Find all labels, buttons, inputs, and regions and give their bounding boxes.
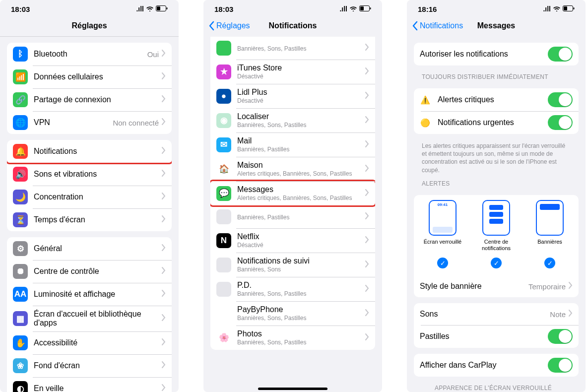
- app-row-photos[interactable]: 🌸 Photos Bannières, Sons, Pastilles: [210, 326, 375, 350]
- app-row-lidl-plus[interactable]: ● Lidl Plus Désactivé: [210, 84, 375, 108]
- back-button[interactable]: Notifications: [412, 21, 463, 31]
- item-icon: [216, 41, 231, 56]
- back-button[interactable]: Réglages: [208, 21, 250, 31]
- chevron-icon: [365, 285, 369, 294]
- badges-toggle[interactable]: [548, 329, 573, 344]
- row-title: Mail: [237, 136, 365, 145]
- app-row-maison[interactable]: 🏠 Maison Alertes critiques, Bannières, S…: [210, 157, 375, 181]
- app-row-mail[interactable]: ✉ Mail Bannières, Pastilles: [210, 132, 375, 157]
- settings-row-fond-d-cran[interactable]: ❀ Fond d'écran: [7, 354, 172, 377]
- settings-row-concentration[interactable]: 🌙 Concentration: [7, 186, 172, 208]
- messages-icon: 💬: [216, 186, 231, 201]
- urgent-row[interactable]: 🟡 Notifications urgentes: [414, 111, 579, 134]
- settings-row-donn-es-cellulaires[interactable]: 📶 Données cellulaires: [7, 65, 172, 88]
- settings-row-luminosit-et-affichage[interactable]: AA Luminosité et affichage: [7, 283, 172, 306]
- settings-row-en-veille[interactable]: ◐ En veille: [7, 377, 172, 392]
- chevron-icon: [162, 290, 166, 299]
- banner-label: Bannières: [537, 239, 562, 252]
- settings-row-centre-de-contr-le[interactable]: ⏺ Centre de contrôle: [7, 260, 172, 283]
- app-row-paybyphone[interactable]: ⠿ PayByPhone Bannières, Sons, Pastilles: [210, 301, 375, 326]
- lock-screen-option[interactable]: Écran verrouillé: [416, 200, 469, 252]
- critical-alerts-row[interactable]: ⚠️ Alertes critiques: [414, 88, 579, 111]
- signal-icon: .ıll: [339, 5, 347, 13]
- row-title: Concentration: [34, 193, 162, 201]
- banner-option[interactable]: Bannières: [523, 200, 577, 252]
- row-title: Fond d'écran: [34, 361, 162, 370]
- mail-icon: ✉: [216, 137, 231, 152]
- chevron-icon: [162, 338, 166, 347]
- settings-screen: 18:03 .ıll Réglages ᛒ Bluetooth Oui 📶 Do…: [0, 0, 179, 392]
- cran-d-accueil-et-biblioth-que-d-apps-icon: ▦: [13, 311, 28, 326]
- notifications-de-suivi-icon: [216, 258, 231, 272]
- notification-center-option[interactable]: Centre de notifications: [470, 200, 523, 252]
- settings-row-notifications[interactable]: 🔔 Notifications: [7, 140, 172, 164]
- row-title: PayByPhone: [237, 305, 365, 314]
- app-row-p-d[interactable]: P.D. Bannières, Sons, Pastilles: [210, 277, 375, 301]
- banner-style-row[interactable]: Style de bannière Temporaire: [414, 275, 579, 297]
- row-title: Photos: [237, 329, 365, 338]
- settings-row-sons-et-vibrations[interactable]: 🔊 Sons et vibrations: [7, 163, 172, 186]
- lock-appearance-header: APPARENCE DE L'ÉCRAN VERROUILLÉ: [420, 383, 573, 392]
- signal-icon: .ıll: [543, 5, 551, 13]
- item-icon: [216, 209, 231, 224]
- row-subtitle: Bannières, Sons, Pastilles: [237, 339, 365, 346]
- app-row-item[interactable]: Bannières, Pastilles: [210, 205, 375, 228]
- signal-icon: .ıll: [136, 5, 144, 13]
- sounds-row[interactable]: Sons Note: [414, 303, 579, 325]
- settings-row-vpn[interactable]: 🌐 VPN Non connecté: [7, 111, 172, 134]
- row-subtitle: Bannières, Sons: [237, 266, 365, 273]
- app-row-notifications-de-suivi[interactable]: Notifications de suivi Bannières, Sons: [210, 253, 375, 277]
- critical-description: Les alertes critiques apparaissent sur l…: [407, 140, 586, 178]
- app-row-item[interactable]: Bannières, Sons, Pastilles: [210, 37, 375, 60]
- status-icons: .ıll: [339, 5, 371, 13]
- row-subtitle: Bannières, Pastilles: [237, 146, 365, 153]
- page-title: Messages: [477, 21, 516, 30]
- back-label: Réglages: [216, 21, 250, 30]
- allow-notifications-row[interactable]: Autoriser les notifications: [414, 43, 579, 65]
- chevron-icon: [365, 212, 369, 221]
- settings-row-g-n-ral[interactable]: ⚙ Général: [7, 237, 172, 260]
- center-check[interactable]: ✓: [491, 258, 502, 268]
- row-title: Notifications: [34, 147, 162, 156]
- row-title: Écran d'accueil et bibliothèque d'apps: [34, 310, 162, 327]
- badges-row[interactable]: Pastilles: [414, 325, 579, 348]
- urgent-icon: 🟡: [420, 117, 431, 128]
- lock-check[interactable]: ✓: [437, 258, 448, 268]
- page-title: Notifications: [269, 21, 317, 30]
- svg-rect-4: [360, 6, 364, 10]
- carplay-row[interactable]: Afficher dans CarPlay: [414, 354, 579, 377]
- settings-row-partage-de-connexion[interactable]: 🔗 Partage de connexion: [7, 88, 172, 111]
- warning-icon: ⚠️: [420, 94, 431, 105]
- row-title: Notifications de suivi: [237, 257, 365, 265]
- row-title: Luminosité et affichage: [34, 290, 162, 299]
- g-n-ral-icon: ⚙: [13, 241, 28, 256]
- banner-check[interactable]: ✓: [544, 258, 555, 268]
- back-label: Notifications: [420, 21, 463, 30]
- settings-row-bluetooth[interactable]: ᛒ Bluetooth Oui: [7, 43, 172, 65]
- paybyphone-icon: ⠿: [216, 306, 231, 321]
- app-row-netflix[interactable]: N Netflix Désactivé: [210, 228, 375, 253]
- photos-icon: 🌸: [216, 330, 231, 345]
- lock-label: Écran verrouillé: [424, 239, 461, 252]
- settings-row-temps-d-cran[interactable]: ⏳ Temps d'écran: [7, 208, 172, 231]
- wifi-icon: [349, 5, 357, 13]
- status-time: 18:03: [214, 5, 233, 13]
- home-indicator[interactable]: [258, 388, 327, 390]
- settings-row-cran-d-accueil-et-biblioth-que-d-apps[interactable]: ▦ Écran d'accueil et bibliothèque d'apps: [7, 306, 172, 331]
- settings-row-accessibilit[interactable]: ✋ Accessibilité: [7, 331, 172, 354]
- app-row-itunes-store[interactable]: ★ iTunes Store Désactivé: [210, 60, 375, 84]
- chevron-icon: [365, 92, 369, 101]
- row-title: Sons et vibrations: [34, 170, 162, 179]
- banner-style-label: Style de bannière: [420, 282, 528, 291]
- chevron-icon: [162, 147, 166, 156]
- app-row-localiser[interactable]: ◉ Localiser Bannières, Sons, Pastilles: [210, 108, 375, 132]
- critical-toggle[interactable]: [548, 92, 573, 107]
- status-bar: 18:16 .ıll: [407, 0, 586, 15]
- row-value: Non connecté: [113, 119, 159, 127]
- chevron-icon: [162, 384, 166, 392]
- row-title: P.D.: [237, 281, 365, 290]
- urgent-toggle[interactable]: [548, 115, 573, 130]
- allow-toggle[interactable]: [548, 47, 573, 62]
- carplay-toggle[interactable]: [548, 358, 573, 373]
- app-row-messages[interactable]: 💬 Messages Alertes critiques, Bannières,…: [210, 180, 375, 207]
